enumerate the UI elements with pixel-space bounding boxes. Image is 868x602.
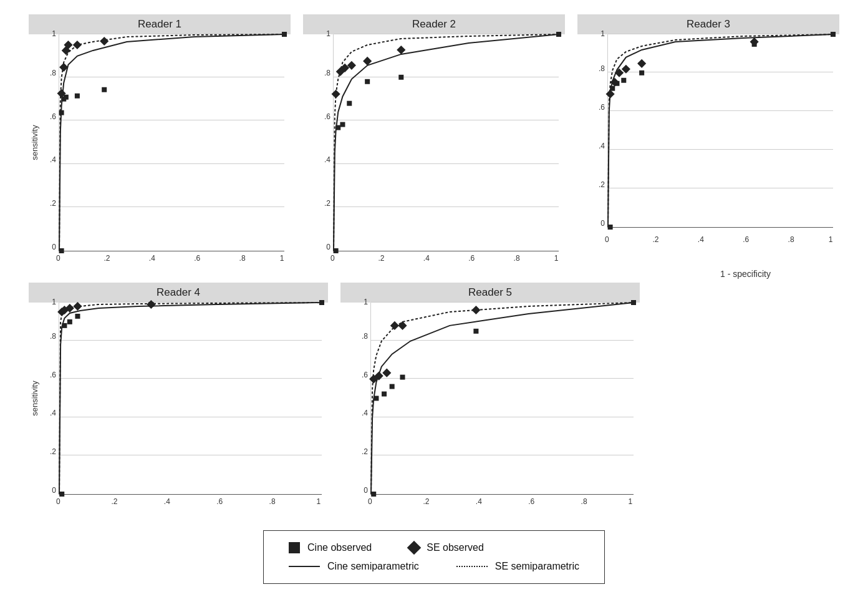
- svg-rect-29: [621, 77, 626, 82]
- reader2-svg: [334, 34, 559, 251]
- svg-rect-30: [639, 70, 644, 75]
- reader5-panel: Reader 5 0 .2 .4 .6 .8 1: [340, 283, 640, 520]
- cine-observed-icon: [289, 542, 300, 553]
- reader2-y10: 1: [326, 29, 330, 38]
- reader5-x2: .2: [423, 497, 429, 506]
- svg-rect-0: [59, 248, 64, 253]
- svg-rect-40: [62, 323, 67, 328]
- reader3-x10: 1: [829, 235, 833, 244]
- reader4-x8: .8: [269, 497, 276, 506]
- svg-rect-54: [400, 374, 405, 379]
- svg-rect-44: [319, 300, 324, 305]
- reader5-y4: .4: [362, 409, 368, 417]
- reader5-y8: .8: [362, 332, 368, 341]
- reader2-x6: .6: [468, 254, 475, 263]
- reader3-y0: 0: [600, 219, 605, 228]
- svg-rect-52: [382, 391, 387, 396]
- reader1-y4: .4: [50, 155, 56, 164]
- svg-rect-17: [365, 79, 370, 84]
- svg-rect-42: [75, 313, 80, 318]
- svg-rect-61: [398, 321, 407, 329]
- svg-rect-56: [631, 300, 636, 305]
- reader1-x6: .6: [194, 254, 200, 263]
- svg-rect-26: [608, 225, 613, 230]
- reader4-x6: .6: [216, 497, 223, 506]
- reader1-panel: Reader 1 sensitivity 0 .2 .4 .6 .8 1: [29, 14, 291, 276]
- svg-rect-4: [75, 93, 80, 98]
- reader1-x4: .4: [149, 254, 155, 263]
- legend-row: Cine observed SE observed Cine semiparam…: [29, 526, 839, 588]
- svg-rect-14: [335, 125, 340, 130]
- legend-cine-observed: Cine observed: [289, 542, 372, 553]
- reader5-x10: 1: [629, 497, 633, 506]
- reader3-x8: .8: [788, 235, 794, 244]
- reader1-x10: 1: [280, 254, 284, 263]
- svg-rect-6: [282, 32, 287, 37]
- reader4-svg: [59, 303, 322, 494]
- reader1-y0: 0: [52, 243, 56, 251]
- svg-rect-13: [334, 248, 339, 253]
- reader2-x4: .4: [423, 254, 430, 263]
- reader3-x2: .2: [652, 235, 658, 244]
- reader2-x8: .8: [514, 254, 520, 263]
- top-row: Reader 1 sensitivity 0 .2 .4 .6 .8 1: [29, 14, 839, 276]
- reader4-x4: .4: [164, 497, 170, 506]
- reader3-title: Reader 3: [577, 14, 839, 34]
- reader2-x0: 0: [330, 254, 335, 263]
- svg-rect-60: [390, 321, 399, 329]
- reader4-y4: .4: [50, 409, 56, 417]
- reader4-x10: 1: [317, 497, 321, 506]
- svg-rect-48: [73, 301, 82, 310]
- svg-rect-3: [64, 94, 69, 99]
- reader5-svg: [371, 303, 634, 494]
- svg-rect-20: [332, 89, 340, 98]
- reader3-x6: .6: [743, 235, 749, 244]
- reader2-panel: Reader 2 0 .2 .4 .6 .8 1: [303, 14, 565, 276]
- reader2-x10: 1: [554, 254, 559, 263]
- legend-cine-observed-label: Cine observed: [307, 542, 372, 553]
- svg-rect-15: [340, 122, 345, 127]
- svg-rect-37: [637, 59, 646, 67]
- bottom-row: Reader 4 sensitivity 0 .2 .4 .6 .8 1: [29, 283, 839, 520]
- svg-rect-51: [374, 396, 379, 401]
- reader4-y-title: sensitivity: [30, 381, 39, 415]
- reader1-title: Reader 1: [29, 14, 291, 34]
- svg-rect-18: [398, 74, 403, 79]
- se-semi-icon: [456, 566, 488, 567]
- svg-rect-33: [606, 89, 615, 98]
- svg-rect-62: [471, 305, 480, 314]
- reader5-y10: 1: [364, 298, 368, 306]
- reader4-title: Reader 4: [29, 283, 328, 303]
- reader3-panel: Reader 3 0 .2 .4 .6 .8 1: [577, 14, 839, 276]
- reader5-y2: .2: [362, 447, 368, 456]
- reader4-x2: .2: [111, 497, 117, 506]
- reader3-x4: .4: [698, 235, 704, 244]
- svg-rect-53: [390, 384, 395, 389]
- reader1-svg: [59, 34, 284, 251]
- reader5-x0: 0: [368, 497, 372, 506]
- svg-rect-16: [347, 100, 352, 105]
- reader3-y10: 1: [600, 29, 605, 38]
- svg-rect-12: [100, 36, 109, 45]
- reader1-y10: 1: [52, 29, 56, 38]
- reader1-x2: .2: [104, 254, 110, 263]
- reader3-x0: 0: [605, 235, 609, 244]
- se-observed-icon: [407, 540, 422, 555]
- reader4-y0: 0: [52, 486, 56, 495]
- reader3-y2: .2: [599, 180, 605, 189]
- reader4-panel: Reader 4 sensitivity 0 .2 .4 .6 .8 1: [29, 283, 328, 520]
- reader2-y8: .8: [324, 69, 330, 77]
- reader1-y2: .2: [50, 199, 56, 208]
- reader1-y8: .8: [50, 69, 56, 77]
- reader5-title: Reader 5: [340, 283, 640, 303]
- reader3-y6: .6: [599, 103, 605, 112]
- svg-rect-59: [382, 368, 391, 377]
- reader4-x0: 0: [56, 497, 60, 506]
- svg-rect-19: [556, 32, 561, 37]
- reader1-y-title: sensitivity: [30, 125, 39, 160]
- legend-inner-1: Cine observed SE observed: [289, 542, 579, 553]
- reader5-x6: .6: [528, 497, 534, 506]
- svg-rect-1: [59, 110, 64, 115]
- svg-rect-38: [750, 37, 759, 46]
- reader5-y0: 0: [364, 486, 368, 495]
